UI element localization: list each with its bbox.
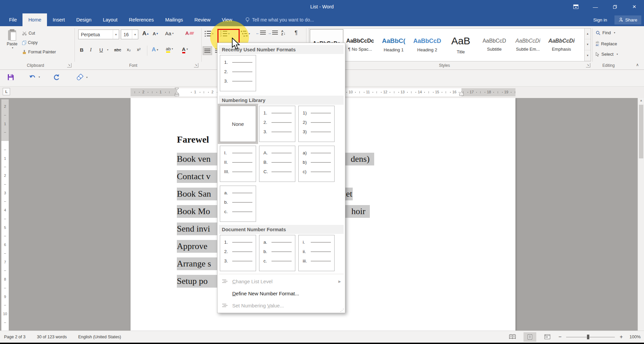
tab-file[interactable]: File [3,13,22,26]
tab-review[interactable]: Review [189,13,216,26]
docfmt-tile-0[interactable]: 1.2.3. [220,235,256,271]
redo-button[interactable] [53,74,60,81]
share-button[interactable]: Share [614,15,641,24]
tell-me-box[interactable]: Tell me what you want to do... [245,13,314,26]
list-item-1-fragment[interactable]: dens) [345,153,374,165]
vertical-ruler[interactable]: 1234567891012 [1,99,9,331]
tab-layout[interactable]: Layout [97,13,123,26]
subscript-button[interactable]: x₂ [127,47,131,52]
paste-dropdown-caret[interactable]: ▾ [12,46,13,49]
restore-button[interactable] [605,0,625,13]
ribbon-display-options-button[interactable] [566,0,586,13]
zoom-slider[interactable] [566,334,615,340]
style-heading-1[interactable]: AaBbC(Heading 1 [377,29,410,60]
style-subtle-emphasis[interactable]: AaBbCcDiSubtle Em... [511,29,545,60]
underline-caret[interactable]: ▾ [106,48,108,51]
align-left-button[interactable] [203,46,212,55]
list-item-3[interactable]: Book San [177,188,217,200]
library-tile-2[interactable]: 1)2)3) [298,106,335,142]
shrink-font-button[interactable]: A▼ [153,31,158,36]
zoom-slider-knob[interactable] [587,335,589,339]
list-item-6[interactable]: Approve [177,240,217,253]
style-emphasis[interactable]: AaBbCcDiEmphasis [545,29,578,60]
list-item-4[interactable]: Book Mo [177,205,217,218]
page-indicator[interactable]: Page 2 of 3 [4,335,26,339]
font-name-combo[interactable]: Perpetua ▾ [78,30,119,39]
style-subtitle[interactable]: AaBbCcDSubtitle [478,29,511,60]
web-layout-button[interactable] [541,332,554,342]
library-tile-6[interactable]: a.b.c. [220,186,256,222]
zoom-level[interactable]: 100% [630,334,641,339]
sign-in-link[interactable]: Sign in [593,17,607,22]
library-tile-none[interactable]: None [220,106,256,142]
language-indicator[interactable]: English (United States) [78,335,121,339]
underline-button[interactable]: U [99,47,103,53]
tab-stop-selector[interactable]: L [3,88,10,95]
pilcrow-button[interactable]: ¶ [295,30,298,36]
save-button[interactable] [7,74,14,81]
grow-font-button[interactable]: A▲ [142,30,149,37]
styles-scroll-up-button[interactable]: ▲ [585,29,591,39]
indent-markers[interactable] [175,88,179,97]
superscript-button[interactable]: x² [137,47,141,52]
increase-indent-button[interactable]: → [268,31,278,35]
copy-button[interactable]: Copy [22,40,38,45]
tab-design[interactable]: Design [70,13,97,26]
replace-button[interactable]: abac Replace [596,41,617,46]
style-no-spacing[interactable]: AaBbCcDc¶ No Spac... [343,29,377,60]
tab-home[interactable]: Home [22,13,47,26]
collapse-ribbon-button[interactable]: ∧ [636,62,639,67]
tab-references[interactable]: References [123,13,159,26]
style-heading-2[interactable]: AaBbCcDHeading 2 [410,29,444,60]
cut-button[interactable]: Cut [22,31,35,36]
list-item-8[interactable]: Setup po [177,275,217,288]
styles-scroll-down-button[interactable]: ▼ [585,39,591,50]
text-effects-button[interactable]: A▾ [152,46,158,53]
word-count[interactable]: 30 of 123 words [37,335,67,339]
strikethrough-button[interactable]: abc [114,47,121,52]
docfmt-tile-2[interactable]: i.ii.iii. [298,235,335,271]
tab-mailings[interactable]: Mailings [159,13,189,26]
docfmt-tile-1[interactable]: a.b.c. [259,235,295,271]
change-case-button[interactable]: Aa▾ [165,31,174,36]
font-color-button[interactable]: A ▾ [182,46,188,52]
paste-button[interactable]: Paste ▾ [4,29,20,61]
font-name-caret[interactable]: ▾ [113,30,119,39]
tab-insert[interactable]: Insert [47,13,70,26]
decrease-indent-button[interactable]: ← [256,31,266,35]
vertical-scrollbar[interactable]: ▲ [638,98,644,331]
font-size-combo[interactable]: 16 ▾ [121,30,138,39]
undo-button[interactable]: ▾ [29,74,40,80]
library-tile-3[interactable]: I.II.III. [220,146,256,182]
library-tile-1[interactable]: 1.2.3. [259,106,295,142]
format-painter-button[interactable]: Format Painter [22,50,56,54]
find-button[interactable]: Find▾ [596,30,615,35]
select-button[interactable]: Select▾ [596,52,618,57]
minimize-button[interactable]: — [586,0,605,13]
list-item-5[interactable]: Send invi [177,223,217,235]
list-item-3-fragment[interactable]: et [345,188,353,200]
list-item-4-fragment[interactable]: hoir [345,205,370,218]
font-dialog-launcher[interactable]: ↘ [194,63,198,67]
ink-shapes-button[interactable]: ▾ [77,74,88,81]
ink-shapes-caret[interactable]: ▾ [86,76,88,79]
library-tile-4[interactable]: A.B.C. [259,146,295,182]
clipboard-dialog-launcher[interactable]: ↘ [67,63,71,67]
read-mode-button[interactable] [506,332,519,342]
style-title[interactable]: AaBTitle [444,29,478,60]
resize-grip[interactable]: ⋰ [340,308,344,312]
recent-tile-0[interactable]: 1.2.3. [220,55,256,91]
print-layout-button[interactable] [524,332,536,342]
zoom-out-button[interactable]: − [558,334,561,340]
undo-caret[interactable]: ▾ [39,76,40,79]
scroll-up-icon[interactable]: ▲ [638,99,644,102]
styles-more-button[interactable]: ▼ [585,50,591,61]
right-indent-marker[interactable] [459,91,464,96]
highlight-color-button[interactable]: ab ▾ [166,46,173,51]
styles-dialog-launcher[interactable]: ↘ [586,63,590,67]
italic-button[interactable]: I [90,47,92,53]
library-tile-5[interactable]: a)b)c) [298,146,335,182]
font-size-caret[interactable]: ▾ [132,30,138,39]
close-button[interactable]: × [625,0,644,13]
list-item-2[interactable]: Contact v [177,170,217,183]
